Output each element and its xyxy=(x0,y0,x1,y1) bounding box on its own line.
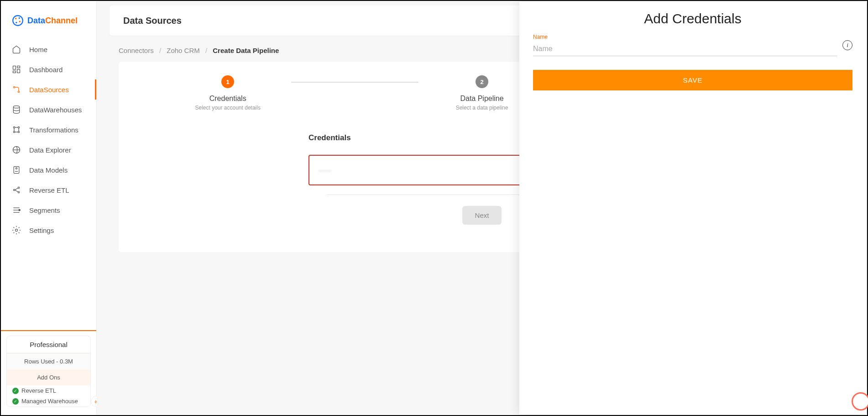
chat-bubble-icon[interactable] xyxy=(852,392,868,411)
credentials-title: Credentials xyxy=(309,133,351,142)
plan-addon-item: ✓ Managed Warehouse xyxy=(7,396,90,406)
svg-rect-5 xyxy=(13,66,16,70)
svg-point-12 xyxy=(13,126,15,128)
svg-point-14 xyxy=(13,131,15,132)
page-title: Data Sources xyxy=(123,16,182,26)
sidebar-item-dataexplorer[interactable]: Data Explorer xyxy=(5,140,92,160)
plan-addons-title: Add Ons xyxy=(7,369,90,385)
save-button[interactable]: SAVE xyxy=(533,70,852,90)
plan-addon-label: Reverse ETL xyxy=(21,387,56,394)
step-number: 1 xyxy=(221,75,234,88)
plan-box: Professional Rows Used - 0.3M Add Ons ✓ … xyxy=(6,336,91,407)
sidebar: DataChannel Home Dashboard DataSources D… xyxy=(1,1,97,415)
sidebar-item-dashboard[interactable]: Dashboard xyxy=(5,59,92,79)
check-icon: ✓ xyxy=(12,398,19,405)
plan-addon-label: Managed Warehouse xyxy=(21,398,78,405)
svg-rect-7 xyxy=(17,69,20,73)
sidebar-item-label: Dashboard xyxy=(29,66,63,74)
breadcrumb-item[interactable]: Connectors xyxy=(119,47,154,54)
step-subtitle: Select a data pipeline xyxy=(456,105,508,111)
svg-rect-6 xyxy=(17,66,20,68)
svg-point-10 xyxy=(18,91,19,92)
add-credentials-panel: Add Credentials Name i SAVE xyxy=(519,2,866,414)
explorer-icon xyxy=(12,145,21,154)
svg-point-22 xyxy=(19,209,20,211)
breadcrumb-sep: / xyxy=(202,47,211,54)
sidebar-item-label: Segments xyxy=(29,206,60,214)
reverse-etl-icon xyxy=(12,185,21,195)
plan-addon-item: ✓ Reverse ETL xyxy=(7,385,90,396)
segments-icon xyxy=(12,205,21,215)
next-button[interactable]: Next xyxy=(462,206,502,225)
breadcrumb-current: Create Data Pipeline xyxy=(213,47,279,54)
svg-point-4 xyxy=(16,22,17,23)
svg-point-1 xyxy=(15,18,16,19)
svg-point-13 xyxy=(18,126,19,128)
home-icon xyxy=(12,45,21,54)
step-connector xyxy=(291,82,418,83)
sidebar-item-reverseetl[interactable]: Reverse ETL xyxy=(5,180,92,200)
name-field: Name xyxy=(533,34,837,56)
datasources-icon xyxy=(12,85,21,94)
sidebar-item-settings[interactable]: Settings xyxy=(5,220,92,240)
sidebar-item-label: Reverse ETL xyxy=(29,186,69,194)
svg-point-11 xyxy=(13,106,19,108)
plan-rows-used: Rows Used - 0.3M xyxy=(7,353,90,369)
svg-point-19 xyxy=(13,189,15,190)
sidebar-item-label: DataWarehouses xyxy=(29,106,82,114)
sidebar-item-label: DataSources xyxy=(29,86,69,94)
sidebar-item-segments[interactable]: Segments xyxy=(5,200,92,220)
name-label: Name xyxy=(533,34,837,40)
step-title: Data Pipeline xyxy=(460,95,503,103)
svg-point-23 xyxy=(16,229,18,232)
sidebar-item-label: Transformations xyxy=(29,126,78,134)
credential-name: —— xyxy=(319,167,331,174)
sidebar-item-datawarehouses[interactable]: DataWarehouses xyxy=(5,100,92,120)
database-icon xyxy=(12,105,21,114)
sidebar-item-datasources[interactable]: DataSources xyxy=(5,79,92,100)
step-subtitle: Select your account details xyxy=(195,105,260,111)
sidebar-item-label: Home xyxy=(29,46,47,53)
svg-point-20 xyxy=(18,187,19,188)
svg-point-2 xyxy=(19,17,20,19)
svg-point-9 xyxy=(13,86,15,88)
svg-point-21 xyxy=(18,191,19,193)
svg-point-3 xyxy=(19,21,21,22)
svg-point-0 xyxy=(13,16,23,26)
svg-point-15 xyxy=(18,131,19,132)
step-number: 2 xyxy=(476,75,488,88)
breadcrumb-item[interactable]: Zoho CRM xyxy=(167,47,200,54)
sidebar-item-label: Settings xyxy=(29,226,54,234)
svg-point-18 xyxy=(16,168,17,169)
breadcrumb-sep: / xyxy=(156,47,165,54)
sidebar-item-transformations[interactable]: Transformations xyxy=(5,120,92,140)
step-credentials[interactable]: 1 Credentials Select your account detail… xyxy=(164,75,291,111)
panel-title: Add Credentials xyxy=(533,11,852,26)
sidebar-item-home[interactable]: Home xyxy=(5,39,92,59)
plan-title: Professional xyxy=(7,336,90,353)
logo-icon xyxy=(12,15,24,26)
gear-icon xyxy=(12,226,21,235)
transformations-icon xyxy=(12,125,21,134)
logo-text: DataChannel xyxy=(27,16,78,26)
info-icon[interactable]: i xyxy=(842,40,852,50)
dashboard-icon xyxy=(12,65,21,74)
models-icon xyxy=(12,165,21,174)
name-input[interactable] xyxy=(533,42,837,56)
nav: Home Dashboard DataSources DataWarehouse… xyxy=(1,39,96,330)
step-title: Credentials xyxy=(209,95,246,103)
sidebar-item-label: Data Models xyxy=(29,166,68,174)
sidebar-item-datamodels[interactable]: Data Models xyxy=(5,160,92,180)
check-icon: ✓ xyxy=(12,388,19,394)
name-field-row: Name i xyxy=(533,34,852,56)
sidebar-item-label: Data Explorer xyxy=(29,146,71,154)
svg-rect-8 xyxy=(13,71,16,73)
logo[interactable]: DataChannel xyxy=(1,1,96,39)
